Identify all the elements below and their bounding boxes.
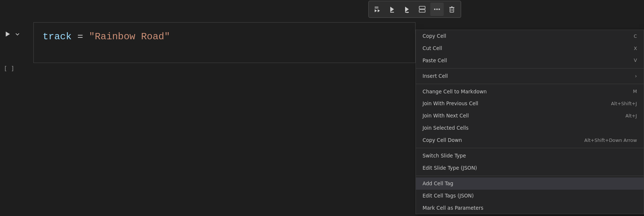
- svg-marker-4: [378, 9, 380, 12]
- menu-item-join-selected[interactable]: Join Selected Cells: [416, 122, 644, 134]
- menu-item-copy-down-shortcut: Alt+Shift+Down Arrow: [584, 137, 637, 144]
- menu-item-add-tag[interactable]: Add Cell Tag: [416, 177, 644, 190]
- svg-marker-5: [390, 7, 394, 12]
- svg-rect-14: [450, 8, 454, 12]
- code-string: "Rainbow Road": [89, 31, 170, 42]
- menu-item-copy-cell[interactable]: Copy Cell C: [416, 30, 644, 42]
- menu-item-paste-cell-shortcut: V: [634, 57, 637, 64]
- menu-item-mark-parameters-label: Mark Cell as Parameters: [423, 205, 626, 212]
- svg-rect-9: [419, 6, 425, 9]
- menu-item-join-previous-label: Join With Previous Cell: [423, 100, 600, 107]
- menu-item-insert-cell[interactable]: Insert Cell ›: [416, 70, 644, 82]
- menu-item-change-markdown[interactable]: Change Cell to Markdown M: [416, 86, 644, 98]
- svg-point-12: [436, 9, 438, 10]
- menu-item-join-next-label: Join With Next Cell: [423, 112, 614, 119]
- separator-4: [416, 176, 644, 176]
- menu-item-switch-slide-label: Switch Slide Type: [423, 152, 626, 159]
- code-cell[interactable]: track = "Rainbow Road": [33, 22, 415, 63]
- menu-item-edit-slide[interactable]: Edit Slide Type (JSON): [416, 162, 644, 174]
- menu-item-copy-down[interactable]: Copy Cell Down Alt+Shift+Down Arrow: [416, 134, 644, 146]
- menu-item-join-previous-shortcut: Alt+Shift+J: [611, 100, 637, 107]
- menu-item-copy-cell-shortcut: C: [634, 33, 637, 40]
- code-content: track = "Rainbow Road": [43, 30, 406, 43]
- context-menu: Copy Cell C Cut Cell X Paste Cell V Inse…: [415, 30, 644, 214]
- menu-item-change-markdown-label: Change Cell to Markdown: [423, 88, 622, 95]
- menu-item-join-next-shortcut: Alt+J: [625, 113, 637, 119]
- notebook-area: [ ] track = "Rainbow Road": [0, 0, 415, 216]
- cell-controls: [0, 26, 24, 42]
- run-button[interactable]: [2, 29, 13, 39]
- svg-rect-2: [375, 8, 378, 9]
- menu-item-copy-cell-label: Copy Cell: [423, 33, 622, 40]
- menu-item-change-markdown-shortcut: M: [633, 88, 637, 95]
- menu-item-paste-cell[interactable]: Paste Cell V: [416, 54, 644, 67]
- delete-cell-button[interactable]: [445, 3, 459, 16]
- cell-toolbar: [368, 1, 461, 18]
- menu-item-cut-cell[interactable]: Cut Cell X: [416, 42, 644, 54]
- split-cell-button[interactable]: [415, 3, 429, 16]
- run-next-button[interactable]: [401, 3, 414, 16]
- separator-3: [416, 148, 644, 148]
- svg-marker-0: [6, 31, 10, 37]
- code-operator: =: [72, 31, 89, 42]
- separator-2: [416, 84, 644, 84]
- cell-execution-count: [ ]: [4, 65, 14, 72]
- cell-menu-chevron[interactable]: [13, 30, 22, 38]
- svg-point-13: [438, 9, 440, 10]
- menu-item-copy-down-label: Copy Cell Down: [423, 137, 573, 144]
- menu-item-switch-slide[interactable]: Switch Slide Type: [416, 150, 644, 162]
- menu-item-add-tag-label: Add Cell Tag: [423, 180, 626, 187]
- run-advance-button[interactable]: [386, 3, 399, 16]
- svg-marker-3: [375, 9, 377, 12]
- code-variable: track: [43, 31, 72, 42]
- menu-item-mark-parameters[interactable]: Mark Cell as Parameters: [416, 202, 644, 214]
- menu-item-insert-cell-arrow: ›: [635, 73, 637, 80]
- more-actions-button[interactable]: [430, 3, 444, 16]
- svg-rect-1: [375, 7, 378, 7]
- menu-item-join-selected-label: Join Selected Cells: [423, 124, 626, 132]
- run-above-button[interactable]: [371, 3, 384, 16]
- menu-item-join-previous[interactable]: Join With Previous Cell Alt+Shift+J: [416, 97, 644, 110]
- separator-1: [416, 68, 644, 69]
- menu-item-edit-slide-label: Edit Slide Type (JSON): [423, 165, 626, 172]
- menu-item-join-next[interactable]: Join With Next Cell Alt+J: [416, 110, 644, 122]
- menu-item-edit-tags[interactable]: Edit Cell Tags (JSON): [416, 190, 644, 202]
- menu-item-cut-cell-shortcut: X: [634, 45, 637, 52]
- svg-rect-10: [419, 10, 425, 12]
- svg-point-11: [434, 9, 436, 10]
- menu-item-cut-cell-label: Cut Cell: [423, 45, 622, 52]
- menu-item-paste-cell-label: Paste Cell: [423, 57, 622, 64]
- menu-item-edit-tags-label: Edit Cell Tags (JSON): [423, 192, 626, 199]
- menu-item-insert-cell-label: Insert Cell: [423, 73, 631, 80]
- svg-marker-7: [405, 7, 409, 12]
